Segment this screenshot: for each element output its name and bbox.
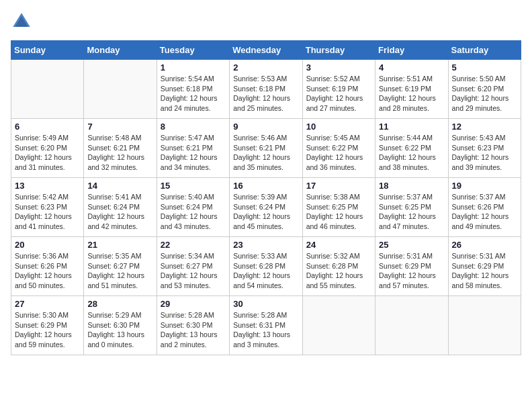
- day-number: 24: [306, 240, 371, 250]
- day-detail: Sunrise: 5:43 AM Sunset: 6:23 PM Dayligh…: [452, 133, 517, 173]
- day-detail: Sunrise: 5:36 AM Sunset: 6:26 PM Dayligh…: [15, 251, 80, 291]
- day-number: 9: [233, 122, 298, 132]
- day-number: 3: [306, 62, 371, 73]
- calendar-cell: 28Sunrise: 5:29 AM Sunset: 6:30 PM Dayli…: [84, 296, 157, 355]
- day-detail: Sunrise: 5:50 AM Sunset: 6:20 PM Dayligh…: [452, 74, 517, 113]
- column-header-saturday: Saturday: [448, 41, 521, 60]
- day-number: 11: [379, 122, 444, 132]
- day-detail: Sunrise: 5:45 AM Sunset: 6:22 PM Dayligh…: [306, 133, 371, 173]
- calendar-cell: 18Sunrise: 5:37 AM Sunset: 6:25 PM Dayli…: [375, 178, 448, 237]
- calendar-cell: 9Sunrise: 5:46 AM Sunset: 6:21 PM Daylig…: [230, 119, 302, 178]
- day-detail: Sunrise: 5:37 AM Sunset: 6:26 PM Dayligh…: [452, 192, 517, 232]
- day-detail: Sunrise: 5:29 AM Sunset: 6:30 PM Dayligh…: [87, 310, 152, 350]
- day-detail: Sunrise: 5:44 AM Sunset: 6:22 PM Dayligh…: [379, 133, 444, 173]
- day-detail: Sunrise: 5:38 AM Sunset: 6:25 PM Dayligh…: [306, 192, 371, 232]
- calendar-cell: 5Sunrise: 5:50 AM Sunset: 6:20 PM Daylig…: [448, 60, 521, 119]
- day-detail: Sunrise: 5:53 AM Sunset: 6:18 PM Dayligh…: [233, 74, 298, 113]
- calendar-cell: 14Sunrise: 5:41 AM Sunset: 6:24 PM Dayli…: [84, 178, 157, 237]
- calendar-cell: 16Sunrise: 5:39 AM Sunset: 6:24 PM Dayli…: [230, 178, 302, 237]
- day-detail: Sunrise: 5:39 AM Sunset: 6:24 PM Dayligh…: [233, 192, 298, 232]
- day-number: 25: [379, 240, 444, 250]
- calendar-cell: 21Sunrise: 5:35 AM Sunset: 6:27 PM Dayli…: [84, 237, 157, 296]
- day-number: 4: [379, 62, 444, 73]
- calendar-cell: 3Sunrise: 5:52 AM Sunset: 6:19 PM Daylig…: [302, 60, 375, 119]
- calendar-cell: 13Sunrise: 5:42 AM Sunset: 6:23 PM Dayli…: [11, 178, 84, 237]
- day-detail: Sunrise: 5:49 AM Sunset: 6:20 PM Dayligh…: [15, 133, 80, 173]
- day-number: 12: [452, 122, 517, 132]
- column-header-sunday: Sunday: [11, 41, 84, 60]
- week-row-1: 1Sunrise: 5:54 AM Sunset: 6:18 PM Daylig…: [11, 60, 521, 119]
- day-number: 27: [15, 299, 80, 309]
- column-header-monday: Monday: [84, 41, 157, 60]
- day-number: 17: [306, 181, 371, 191]
- day-number: 21: [87, 240, 152, 250]
- day-detail: Sunrise: 5:54 AM Sunset: 6:18 PM Dayligh…: [161, 74, 226, 113]
- calendar-cell: [11, 60, 84, 119]
- day-detail: Sunrise: 5:31 AM Sunset: 6:29 PM Dayligh…: [379, 251, 444, 291]
- day-number: 8: [161, 122, 226, 132]
- calendar-cell: 24Sunrise: 5:32 AM Sunset: 6:28 PM Dayli…: [302, 237, 375, 296]
- day-number: 19: [452, 181, 517, 191]
- column-header-wednesday: Wednesday: [230, 41, 302, 60]
- day-detail: Sunrise: 5:30 AM Sunset: 6:29 PM Dayligh…: [15, 310, 80, 350]
- calendar-cell: 17Sunrise: 5:38 AM Sunset: 6:25 PM Dayli…: [302, 178, 375, 237]
- day-number: 26: [452, 240, 517, 250]
- calendar-cell: 11Sunrise: 5:44 AM Sunset: 6:22 PM Dayli…: [375, 119, 448, 178]
- calendar-cell: 20Sunrise: 5:36 AM Sunset: 6:26 PM Dayli…: [11, 237, 84, 296]
- week-row-4: 20Sunrise: 5:36 AM Sunset: 6:26 PM Dayli…: [11, 237, 521, 296]
- day-detail: Sunrise: 5:41 AM Sunset: 6:24 PM Dayligh…: [87, 192, 152, 232]
- day-number: 22: [161, 240, 226, 250]
- day-detail: Sunrise: 5:33 AM Sunset: 6:28 PM Dayligh…: [233, 251, 298, 291]
- calendar-cell: 30Sunrise: 5:28 AM Sunset: 6:31 PM Dayli…: [230, 296, 302, 355]
- week-row-3: 13Sunrise: 5:42 AM Sunset: 6:23 PM Dayli…: [11, 178, 521, 237]
- calendar-cell: 19Sunrise: 5:37 AM Sunset: 6:26 PM Dayli…: [448, 178, 521, 237]
- day-detail: Sunrise: 5:28 AM Sunset: 6:30 PM Dayligh…: [161, 310, 226, 350]
- calendar-header-row: SundayMondayTuesdayWednesdayThursdayFrid…: [11, 41, 521, 60]
- week-row-2: 6Sunrise: 5:49 AM Sunset: 6:20 PM Daylig…: [11, 119, 521, 178]
- day-number: 16: [233, 181, 298, 191]
- logo: [11, 11, 35, 32]
- day-detail: Sunrise: 5:35 AM Sunset: 6:27 PM Dayligh…: [87, 251, 152, 291]
- day-detail: Sunrise: 5:28 AM Sunset: 6:31 PM Dayligh…: [233, 310, 298, 350]
- day-number: 23: [233, 240, 298, 250]
- calendar-cell: 4Sunrise: 5:51 AM Sunset: 6:19 PM Daylig…: [375, 60, 448, 119]
- day-number: 10: [306, 122, 371, 132]
- calendar-cell: 23Sunrise: 5:33 AM Sunset: 6:28 PM Dayli…: [230, 237, 302, 296]
- calendar-cell: [302, 296, 375, 355]
- column-header-tuesday: Tuesday: [157, 41, 229, 60]
- calendar-cell: 22Sunrise: 5:34 AM Sunset: 6:27 PM Dayli…: [157, 237, 229, 296]
- day-detail: Sunrise: 5:34 AM Sunset: 6:27 PM Dayligh…: [161, 251, 226, 291]
- logo-icon: [11, 11, 32, 32]
- calendar-cell: 7Sunrise: 5:48 AM Sunset: 6:21 PM Daylig…: [84, 119, 157, 178]
- calendar-cell: 2Sunrise: 5:53 AM Sunset: 6:18 PM Daylig…: [230, 60, 302, 119]
- day-detail: Sunrise: 5:37 AM Sunset: 6:25 PM Dayligh…: [379, 192, 444, 232]
- day-detail: Sunrise: 5:46 AM Sunset: 6:21 PM Dayligh…: [233, 133, 298, 173]
- day-number: 28: [87, 299, 152, 309]
- day-detail: Sunrise: 5:32 AM Sunset: 6:28 PM Dayligh…: [306, 251, 371, 291]
- day-detail: Sunrise: 5:40 AM Sunset: 6:24 PM Dayligh…: [161, 192, 226, 232]
- day-number: 14: [87, 181, 152, 191]
- day-detail: Sunrise: 5:48 AM Sunset: 6:21 PM Dayligh…: [87, 133, 152, 173]
- day-detail: Sunrise: 5:51 AM Sunset: 6:19 PM Dayligh…: [379, 74, 444, 113]
- day-detail: Sunrise: 5:47 AM Sunset: 6:21 PM Dayligh…: [161, 133, 226, 173]
- calendar-cell: 10Sunrise: 5:45 AM Sunset: 6:22 PM Dayli…: [302, 119, 375, 178]
- week-row-5: 27Sunrise: 5:30 AM Sunset: 6:29 PM Dayli…: [11, 296, 521, 355]
- calendar-cell: 12Sunrise: 5:43 AM Sunset: 6:23 PM Dayli…: [448, 119, 521, 178]
- day-number: 18: [379, 181, 444, 191]
- calendar-cell: 6Sunrise: 5:49 AM Sunset: 6:20 PM Daylig…: [11, 119, 84, 178]
- calendar-cell: 1Sunrise: 5:54 AM Sunset: 6:18 PM Daylig…: [157, 60, 229, 119]
- day-detail: Sunrise: 5:42 AM Sunset: 6:23 PM Dayligh…: [15, 192, 80, 232]
- calendar-cell: 15Sunrise: 5:40 AM Sunset: 6:24 PM Dayli…: [157, 178, 229, 237]
- calendar-cell: 25Sunrise: 5:31 AM Sunset: 6:29 PM Dayli…: [375, 237, 448, 296]
- day-number: 30: [233, 299, 298, 309]
- day-number: 29: [161, 299, 226, 309]
- day-number: 7: [87, 122, 152, 132]
- column-header-thursday: Thursday: [302, 41, 375, 60]
- day-number: 13: [15, 181, 80, 191]
- calendar-cell: [84, 60, 157, 119]
- day-number: 1: [161, 62, 226, 73]
- calendar-cell: 29Sunrise: 5:28 AM Sunset: 6:30 PM Dayli…: [157, 296, 229, 355]
- day-number: 6: [15, 122, 80, 132]
- calendar-table: SundayMondayTuesdayWednesdayThursdayFrid…: [11, 40, 521, 355]
- column-header-friday: Friday: [375, 41, 448, 60]
